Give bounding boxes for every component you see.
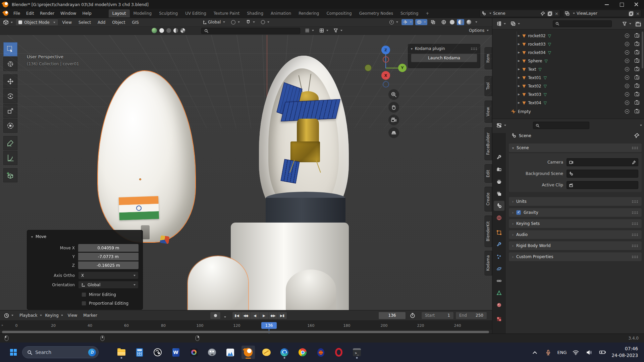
viewport-menu-object[interactable]: Object [109,19,128,26]
tab-particle-properties[interactable] [494,252,504,262]
battery-icon[interactable] [598,348,607,357]
blender-taskbar-icon[interactable] [241,346,255,359]
timeline-scrollbar[interactable] [2,331,489,333]
shading-solid-button[interactable] [448,19,456,25]
render-camera-toggle[interactable] [635,59,639,63]
new-scene-icon[interactable] [547,11,553,16]
gimp-icon[interactable] [205,346,219,359]
navigation-gizmo[interactable]: Z Y X [364,45,408,88]
keying-set-dropdown-arrow[interactable] [222,315,226,319]
terminal-icon[interactable]: >_ [350,346,364,359]
hide-eye-toggle[interactable] [625,92,629,97]
filter-type-dropdown[interactable] [304,27,315,34]
expand-icon[interactable]: ▶ [518,59,520,62]
properties-options-arrow[interactable] [638,123,642,128]
visibility-dropdown[interactable] [388,19,399,25]
new-collection-button[interactable] [635,20,641,27]
workspace-tab-rendering[interactable]: Rendering [295,9,323,17]
viewport-menu-select[interactable]: Select [76,19,94,26]
menu-edit[interactable]: Edit [23,10,37,17]
keying-sets-section[interactable]: ›Keying Sets [508,219,642,228]
editor-type-dropdown[interactable] [2,19,14,25]
expand-icon[interactable]: ▶ [518,84,520,87]
gizmo-y-axis[interactable]: Y [398,64,407,72]
calculator-icon[interactable] [133,346,146,359]
jump-to-start-button[interactable]: ▮◀ [232,312,241,319]
hide-eye-toggle[interactable] [625,84,629,88]
outliner-row-rocket04[interactable]: ▶▼rocket04▽ [492,48,644,57]
microphone-icon[interactable] [544,348,553,357]
move-x-field[interactable]: 0.04059 m [78,244,139,252]
custom-properties-section[interactable]: ›Custom Properties [508,252,642,261]
tool-select-box[interactable] [3,42,17,56]
tab-material-properties[interactable] [494,300,504,310]
timeline-view-menu[interactable]: View [65,312,80,319]
outliner-filter-dropdown[interactable] [621,21,633,27]
outliner-row-text02[interactable]: ▶▼Text02▽ [492,82,644,90]
outliner-row-text03[interactable]: ▶▼Text03▽ [492,90,644,99]
render-camera-toggle[interactable] [635,84,639,88]
minimize-button[interactable] [604,2,609,7]
keying-menu[interactable]: Keying [44,312,64,318]
properties-editor-type-dropdown[interactable] [495,122,507,129]
eyedropper-icon[interactable] [632,160,636,165]
hide-eye-toggle[interactable] [625,34,629,38]
viewport-menu-add[interactable]: Add [95,19,108,26]
hide-eye-toggle[interactable] [625,42,629,46]
proportional-editing-checkbox[interactable] [82,301,86,306]
clock[interactable]: 07:46 24-08-2023 [612,346,638,359]
maximize-button[interactable] [619,2,624,7]
sketch-app-icon[interactable] [260,346,273,359]
viewlayer-dropdown-arrow[interactable] [571,11,575,16]
tab-data-properties[interactable] [494,288,504,298]
shading-dropdown-arrow[interactable] [474,20,477,24]
move-z-field[interactable]: -0.16025 m [78,261,139,269]
units-section[interactable]: ›Units [508,197,642,206]
rigid-body-world-section[interactable]: ›Rigid Body World [508,241,642,250]
orientation-dropdown[interactable]: Global [78,281,139,289]
browser-egg-app-icon[interactable] [314,346,327,359]
next-keyframe-button[interactable]: ◆▶ [269,312,278,319]
prev-keyframe-button[interactable]: ◀◆ [241,312,251,319]
sidebar-tab-facebuilder[interactable]: FaceBuilder [484,127,492,160]
workspace-tab-scripting[interactable]: Scripting [397,9,422,17]
3d-viewport[interactable]: User Perspective (136) Collection | cove… [0,35,492,310]
viewport-menu-view[interactable]: View [60,19,74,26]
tool-search-input[interactable] [201,28,300,34]
wifi-icon[interactable] [572,348,580,357]
close-button[interactable] [634,2,639,7]
workspace-tab-layout[interactable]: Layout [109,9,130,17]
hide-eye-toggle[interactable] [625,59,629,63]
gravity-section[interactable]: › ✓ Gravity [508,208,642,217]
tool-annotate[interactable] [3,136,17,150]
file-explorer-icon[interactable] [115,346,128,359]
section-grip-icon[interactable] [632,146,638,149]
sidebar-tab-kodama[interactable]: Kodama [484,251,492,276]
brush-mode-icon-1[interactable] [159,28,164,33]
menu-window[interactable]: Window [57,10,79,17]
tab-modifier-properties[interactable] [494,240,504,250]
workspace-tab-texture-paint[interactable]: Texture Paint [210,9,243,17]
scene-section-header[interactable]: ▾Scene [508,143,642,153]
timeline-marker-menu[interactable]: Marker [80,312,100,319]
expand-icon[interactable]: ▶ [518,76,520,79]
outliner-search-input[interactable] [553,20,612,27]
move-y-field[interactable]: -7.0773 m [78,253,139,260]
camera-field[interactable] [567,158,638,166]
render-camera-toggle[interactable] [635,42,639,46]
move-panel-collapse-icon[interactable]: ▾ [31,235,33,239]
outliner-row-text[interactable]: ▶▼Text▽ [492,65,644,73]
workspace-tab-geometry-nodes[interactable]: Geometry Nodes [356,9,397,17]
remove-viewlayer-icon[interactable]: × [636,11,640,16]
outliner-row-empty[interactable]: Empty [492,107,644,116]
tab-object-properties[interactable] [494,228,504,238]
active-clip-field[interactable] [567,181,638,189]
tool-move[interactable] [3,74,17,88]
play-button[interactable]: ▶ [260,312,269,319]
start-frame-field[interactable]: Start1 [421,312,454,319]
display-mode-dropdown[interactable] [318,27,330,34]
hide-eye-toggle[interactable] [625,67,629,71]
tab-viewlayer-properties[interactable] [494,189,504,199]
orthographic-toggle-button[interactable] [388,127,399,138]
axis-ortho-dropdown[interactable]: X [78,272,139,279]
